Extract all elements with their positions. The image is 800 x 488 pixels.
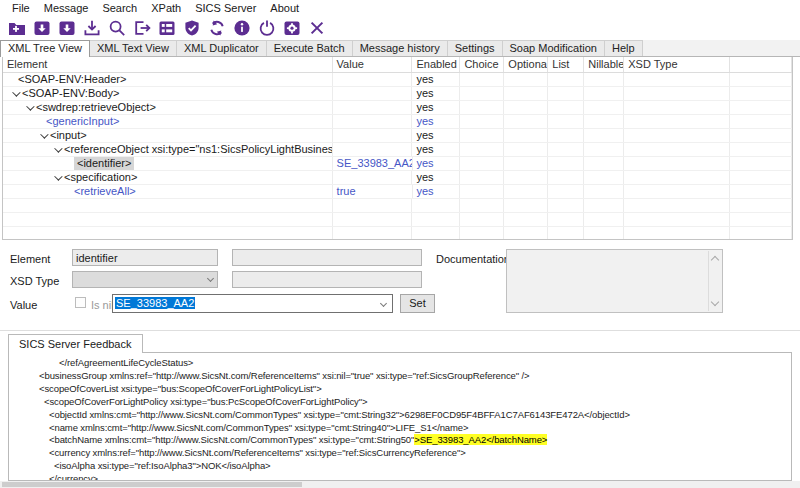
column-header-enabled[interactable]: Enabled [412, 57, 460, 72]
enabled-cell: yes [412, 129, 460, 142]
element-tag-text[interactable]: <genericInput> [46, 115, 119, 128]
empty-cell [624, 143, 730, 156]
download-button[interactable] [79, 17, 104, 39]
export-button[interactable] [129, 17, 154, 39]
menu-item-sics-server[interactable]: SICS Server [188, 2, 263, 14]
column-header-choice[interactable]: Choice [460, 57, 504, 72]
element-tag-text[interactable]: <input> [50, 129, 87, 142]
table-row[interactable]: <genericInput>yes [3, 115, 792, 129]
tab-help[interactable]: Help [605, 40, 643, 56]
tab-xml-tree-view[interactable]: XML Tree View [0, 40, 90, 57]
empty-cell [333, 213, 413, 226]
column-header-value[interactable]: Value [333, 57, 413, 72]
info-button[interactable] [229, 17, 254, 39]
empty-cell [548, 157, 584, 170]
table-row[interactable]: <input>yes [3, 129, 792, 143]
shield-check-button[interactable] [179, 17, 204, 39]
tab-execute-batch[interactable]: Execute Batch [267, 40, 353, 56]
scroll-up-icon[interactable] [711, 256, 719, 264]
column-header-element[interactable]: Element [3, 57, 333, 72]
menu-item-about[interactable]: About [263, 2, 306, 14]
menu-item-search[interactable]: Search [95, 2, 144, 14]
scrollbar-thumb[interactable] [2, 482, 302, 487]
search-button[interactable] [104, 17, 129, 39]
empty-cell [624, 171, 730, 184]
menu-item-message[interactable]: Message [37, 2, 96, 14]
element-tag-text[interactable]: <referenceObject xsi:type="ns1:SicsPolic… [64, 143, 333, 156]
element-name-input-2[interactable] [233, 250, 421, 265]
element-name-field-2[interactable] [232, 249, 422, 266]
expand-chevron-icon[interactable] [26, 102, 34, 110]
table-row[interactable] [3, 227, 792, 240]
tab-message-history[interactable]: Message history [353, 40, 448, 56]
empty-cell [584, 157, 624, 170]
enabled-cell: yes [413, 185, 461, 198]
empty-cell [548, 199, 584, 212]
xsd-type-input-2[interactable] [233, 272, 421, 287]
element-tag-text[interactable]: <SOAP-ENV:Header> [18, 73, 126, 86]
empty-cell [3, 199, 333, 212]
expand-chevron-icon[interactable] [54, 144, 62, 152]
empty-cell [584, 87, 624, 100]
is-nil-checkbox[interactable] [75, 297, 86, 308]
xml-text: <businessGroup xmlns:ref="http://www.Sic… [39, 370, 530, 381]
table-row[interactable]: <identifier>SE_33983_AA2yes [3, 157, 792, 171]
expand-chevron-icon[interactable] [12, 88, 20, 96]
documentation-textarea[interactable] [506, 249, 723, 313]
menu-item-file[interactable]: File [5, 2, 37, 14]
save-message-button[interactable] [29, 17, 54, 39]
empty-cell [624, 227, 730, 240]
scroll-down-icon[interactable] [711, 298, 719, 306]
xml-text: <currency xmlns:ref="http://www.SicsNt.c… [49, 447, 466, 458]
column-header-optional[interactable]: Optional [504, 57, 548, 72]
empty-cell [624, 87, 730, 100]
xsd-type-dropdown[interactable] [72, 271, 218, 288]
batch-blocks-button[interactable] [154, 17, 179, 39]
settings-gear-button[interactable] [279, 17, 304, 39]
element-name-field[interactable] [72, 249, 218, 266]
horizontal-scrollbar[interactable] [0, 481, 800, 488]
table-row[interactable]: <swdrep:retrieveObject>yes [3, 101, 792, 115]
save-message-as-button[interactable] [54, 17, 79, 39]
element-tag-text[interactable]: <retrieveAll> [74, 185, 136, 198]
expand-chevron-icon[interactable] [54, 172, 62, 180]
empty-cell [730, 129, 792, 142]
column-header-spacer[interactable] [730, 57, 792, 72]
element-tag-text[interactable]: <SOAP-ENV:Body> [22, 87, 119, 100]
element-tag-text[interactable]: <swdrep:retrieveObject> [36, 101, 156, 114]
element-name-input[interactable] [73, 250, 217, 265]
column-header-nillable[interactable]: Nillable [584, 57, 624, 72]
table-row[interactable]: <retrieveAll>trueyes [3, 185, 792, 199]
empty-cell [584, 171, 624, 184]
tab-soap-modification[interactable]: Soap Modification [503, 40, 605, 56]
element-tag-text[interactable]: <specification> [64, 171, 137, 184]
feedback-panel-tab[interactable]: SICS Server Feedback [8, 334, 143, 353]
empty-cell [460, 129, 504, 142]
table-row[interactable] [3, 213, 792, 227]
close-button[interactable] [304, 17, 329, 39]
tab-xml-text-view[interactable]: XML Text View [90, 40, 177, 56]
power-button[interactable] [254, 17, 279, 39]
column-header-list[interactable]: List [548, 57, 584, 72]
table-row[interactable] [3, 199, 792, 213]
column-header-xsd-type[interactable]: XSD Type [624, 57, 730, 72]
empty-cell [460, 143, 504, 156]
element-tag-text[interactable]: <identifier> [74, 157, 134, 170]
set-button[interactable]: Set [400, 294, 435, 313]
value-combobox[interactable]: SE_33983_AA2 [112, 294, 393, 313]
tab-settings[interactable]: Settings [448, 40, 503, 56]
menu-item-xpath[interactable]: XPath [144, 2, 188, 14]
highlighted-xml-text: >SE_33983_AA2</batchName> [414, 434, 547, 445]
table-row[interactable]: <SOAP-ENV:Header>yes [3, 73, 792, 87]
table-row[interactable]: <specification>yes [3, 171, 792, 185]
value-cell [333, 73, 413, 86]
folder-plus-button[interactable] [4, 17, 29, 39]
expand-chevron-icon[interactable] [40, 130, 48, 138]
refresh-button[interactable] [204, 17, 229, 39]
value-cell [333, 87, 413, 100]
documentation-scrollbar[interactable] [708, 251, 721, 311]
xsd-type-field-2[interactable] [232, 271, 422, 288]
table-row[interactable]: <SOAP-ENV:Body>yes [3, 87, 792, 101]
table-row[interactable]: <referenceObject xsi:type="ns1:SicsPolic… [3, 143, 792, 157]
tab-xml-duplicator[interactable]: XML Duplicator [177, 40, 267, 56]
